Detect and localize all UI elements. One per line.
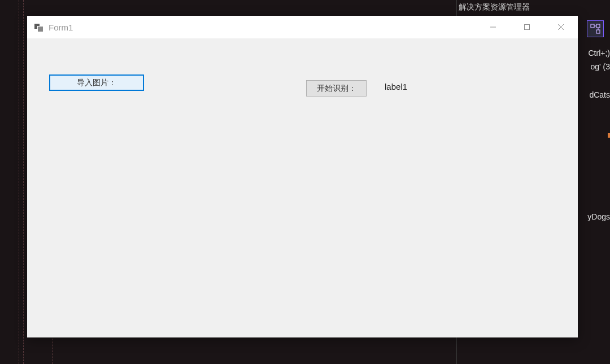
svg-rect-1 [596, 24, 600, 28]
maximize-button[interactable] [510, 16, 544, 38]
form-titlebar[interactable]: Form1 [27, 16, 578, 38]
guide-line [52, 339, 53, 364]
guide-line [19, 0, 19, 364]
form-client-area[interactable]: 导入图片： 开始识别： label1 [27, 38, 578, 337]
button-label: 开始识别： [317, 84, 356, 94]
side-panel-text: Ctrl+;) [589, 49, 611, 58]
minimize-button[interactable] [476, 16, 510, 38]
close-button[interactable] [544, 16, 578, 38]
side-panel-text: yDogs [587, 212, 610, 221]
import-image-button[interactable]: 导入图片： [49, 74, 144, 91]
titlebar-controls [476, 16, 578, 38]
start-recognition-button[interactable]: 开始识别： [306, 80, 367, 97]
solution-explorer-title[interactable]: 解决方案资源管理器 [459, 0, 530, 15]
form-title: Form1 [49, 23, 73, 32]
result-label: label1 [385, 82, 407, 91]
side-panel-text: dCats [589, 90, 610, 99]
button-label: 导入图片： [77, 78, 116, 88]
marker-icon [608, 133, 610, 138]
form-icon [34, 23, 43, 32]
svg-rect-2 [596, 30, 600, 33]
svg-rect-6 [525, 25, 530, 30]
form-designer-window: Form1 导入图片： 开始识别： label1 [27, 16, 578, 337]
svg-rect-0 [591, 24, 594, 28]
guide-line [23, 0, 24, 364]
class-view-icon[interactable] [587, 20, 604, 37]
side-panel-text: og' (3 [590, 62, 610, 71]
